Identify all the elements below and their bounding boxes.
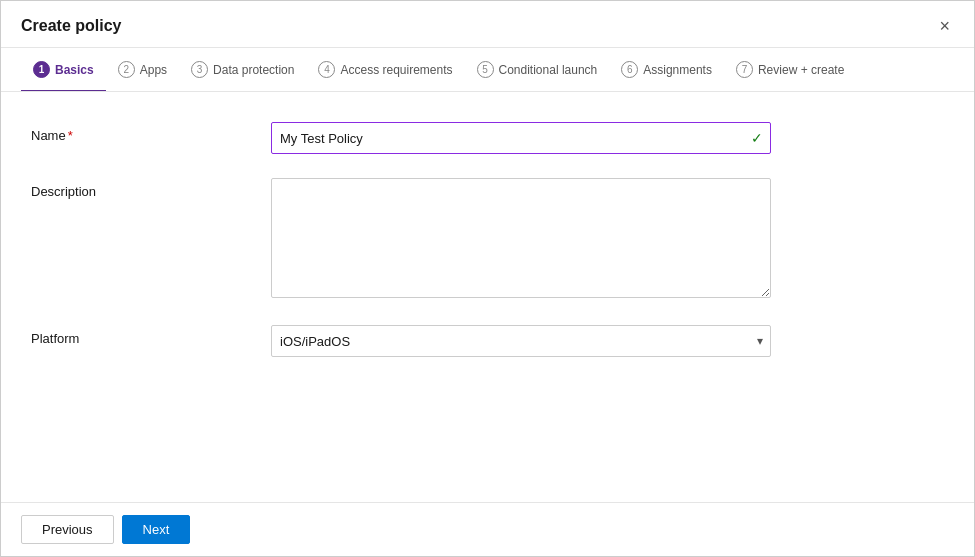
tab-review-step: 7	[736, 61, 753, 78]
tab-bar: 1 Basics 2 Apps 3 Data protection 4 Acce…	[1, 48, 974, 92]
description-row: Description	[31, 178, 944, 301]
description-field-wrap	[271, 178, 771, 301]
tab-data-protection[interactable]: 3 Data protection	[179, 49, 306, 92]
dialog-body: Name* ✓ Description Platform iOS/i	[1, 92, 974, 502]
name-row: Name* ✓	[31, 122, 944, 154]
tab-review-create[interactable]: 7 Review + create	[724, 49, 856, 92]
dialog-title: Create policy	[21, 17, 121, 35]
tab-access-label: Access requirements	[340, 63, 452, 77]
name-required: *	[68, 128, 73, 143]
previous-button[interactable]: Previous	[21, 515, 114, 544]
tab-review-label: Review + create	[758, 63, 844, 77]
name-field-wrap: ✓	[271, 122, 771, 154]
tab-data-protection-label: Data protection	[213, 63, 294, 77]
tab-conditional-label: Conditional launch	[499, 63, 598, 77]
tab-assignments-step: 6	[621, 61, 638, 78]
description-input[interactable]	[271, 178, 771, 298]
dialog-header: Create policy ×	[1, 1, 974, 48]
tab-conditional-step: 5	[477, 61, 494, 78]
tab-assignments[interactable]: 6 Assignments	[609, 49, 724, 92]
description-label: Description	[31, 178, 271, 199]
tab-data-protection-step: 3	[191, 61, 208, 78]
tab-assignments-label: Assignments	[643, 63, 712, 77]
create-policy-dialog: Create policy × 1 Basics 2 Apps 3 Data p…	[0, 0, 975, 557]
tab-basics-label: Basics	[55, 63, 94, 77]
dialog-footer: Previous Next	[1, 502, 974, 556]
platform-field-wrap: iOS/iPadOS Android Windows ▾	[271, 325, 771, 357]
platform-select[interactable]: iOS/iPadOS Android Windows	[271, 325, 771, 357]
tab-apps[interactable]: 2 Apps	[106, 49, 179, 92]
name-label: Name*	[31, 122, 271, 143]
tab-apps-step: 2	[118, 61, 135, 78]
tab-basics-step: 1	[33, 61, 50, 78]
tab-access-requirements[interactable]: 4 Access requirements	[306, 49, 464, 92]
platform-label: Platform	[31, 325, 271, 346]
tab-apps-label: Apps	[140, 63, 167, 77]
next-button[interactable]: Next	[122, 515, 191, 544]
name-input[interactable]	[271, 122, 771, 154]
tab-basics[interactable]: 1 Basics	[21, 49, 106, 92]
name-input-wrapper: ✓	[271, 122, 771, 154]
tab-access-step: 4	[318, 61, 335, 78]
tab-conditional-launch[interactable]: 5 Conditional launch	[465, 49, 610, 92]
platform-row: Platform iOS/iPadOS Android Windows ▾	[31, 325, 944, 357]
platform-select-wrapper: iOS/iPadOS Android Windows ▾	[271, 325, 771, 357]
close-button[interactable]: ×	[935, 15, 954, 37]
